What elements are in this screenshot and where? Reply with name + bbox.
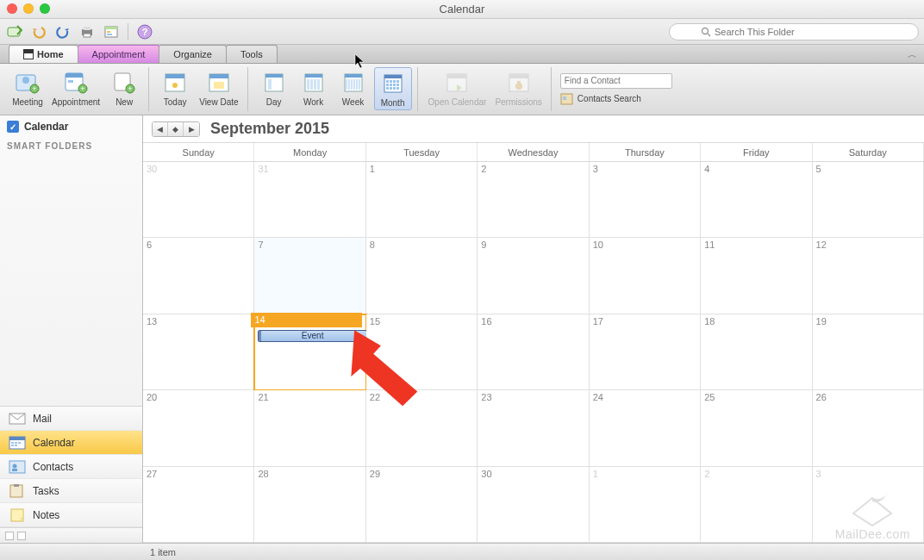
calendar-cell[interactable]: 26 bbox=[813, 390, 924, 466]
undo-icon[interactable] bbox=[29, 22, 48, 41]
calendar-cell[interactable]: 8 bbox=[366, 238, 478, 314]
calendar-cell[interactable]: 5 bbox=[813, 162, 924, 238]
calendar-cell[interactable]: 3 bbox=[590, 162, 701, 238]
new-button[interactable]: +New bbox=[105, 67, 143, 109]
calendar-cell[interactable]: 16 bbox=[478, 314, 589, 390]
day-view-button[interactable]: Day bbox=[255, 67, 293, 109]
calendar-cell[interactable]: 25 bbox=[701, 390, 812, 466]
tab-appointment[interactable]: Appointment bbox=[78, 45, 160, 63]
meeting-button[interactable]: +Meeting bbox=[9, 67, 47, 109]
help-icon[interactable]: ? bbox=[135, 22, 154, 41]
pane-toggle-2[interactable] bbox=[17, 532, 26, 540]
calendar-cell[interactable]: 7 bbox=[254, 238, 365, 314]
svg-rect-46 bbox=[351, 79, 353, 90]
month-nav: ◀ ◆ ▶ bbox=[152, 121, 200, 137]
calendar-cell[interactable]: 11 bbox=[701, 238, 812, 314]
sidebar-bottom-strip bbox=[0, 527, 142, 543]
svg-rect-65 bbox=[447, 74, 466, 78]
calendar-cell[interactable]: 6 bbox=[143, 238, 254, 314]
calendar-cell[interactable]: 22 bbox=[366, 390, 478, 466]
svg-rect-34 bbox=[265, 74, 283, 78]
week-view-button[interactable]: Week bbox=[334, 67, 372, 109]
svg-rect-28 bbox=[165, 74, 184, 78]
search-field[interactable] bbox=[669, 23, 919, 40]
calendar-cell[interactable]: 4 bbox=[701, 162, 812, 238]
calendar-checkbox[interactable]: ✓ Calendar bbox=[7, 121, 135, 133]
calendar-grid[interactable]: 30311234567891011121314Event151617181920… bbox=[143, 162, 924, 543]
calendar-cell[interactable]: 2 bbox=[478, 162, 589, 238]
calendar-event[interactable]: Event bbox=[258, 330, 366, 342]
calendar-cell[interactable]: 21 bbox=[254, 390, 365, 466]
next-month-button[interactable]: ▶ bbox=[184, 122, 199, 136]
minimize-window-button[interactable] bbox=[23, 3, 34, 14]
svg-rect-69 bbox=[517, 81, 521, 85]
svg-rect-74 bbox=[9, 437, 25, 440]
work-view-label: Work bbox=[303, 97, 323, 107]
calendar-cell[interactable]: 29 bbox=[366, 467, 478, 543]
calendar-cell[interactable]: 23 bbox=[478, 390, 589, 466]
today-diamond-button[interactable]: ◆ bbox=[168, 122, 184, 136]
close-window-button[interactable] bbox=[7, 3, 17, 14]
svg-rect-70 bbox=[561, 94, 572, 104]
calendar-cell[interactable]: 27 bbox=[143, 467, 254, 543]
calendar-cell[interactable]: 1 bbox=[366, 162, 478, 238]
find-contact-input[interactable] bbox=[560, 73, 672, 89]
calendar-cell[interactable]: 1 bbox=[590, 467, 701, 543]
send-receive-icon[interactable] bbox=[5, 22, 24, 41]
my-day-icon[interactable] bbox=[102, 22, 121, 41]
window-title: Calendar bbox=[440, 3, 485, 16]
calendar-cell[interactable]: 19 bbox=[813, 314, 924, 390]
tab-home[interactable]: Home bbox=[9, 45, 78, 63]
calendar-cell[interactable]: 14Event bbox=[254, 314, 365, 390]
today-button[interactable]: Today bbox=[156, 67, 194, 109]
status-bar: 1 item bbox=[0, 543, 924, 560]
zoom-window-button[interactable] bbox=[40, 3, 50, 14]
svg-rect-3 bbox=[84, 34, 91, 37]
calendar-cell[interactable]: 17 bbox=[590, 314, 701, 390]
nav-notes-label: Notes bbox=[33, 509, 59, 521]
tab-tools[interactable]: Tools bbox=[226, 45, 278, 63]
calendar-cell[interactable]: 15 bbox=[366, 314, 478, 390]
nav-mail[interactable]: Mail bbox=[0, 407, 142, 431]
calendar-cell[interactable]: 20 bbox=[143, 390, 254, 466]
pane-toggle-1[interactable] bbox=[5, 532, 14, 540]
permissions-button[interactable]: Permissions bbox=[491, 67, 545, 109]
nav-tasks[interactable]: Tasks bbox=[0, 479, 142, 503]
work-view-button[interactable]: Work bbox=[295, 67, 333, 109]
calendar-cell[interactable]: 2 bbox=[701, 467, 812, 543]
calendar-cell[interactable]: 30 bbox=[478, 467, 589, 543]
view-date-button[interactable]: View Date bbox=[196, 67, 241, 109]
view-date-label: View Date bbox=[199, 97, 238, 107]
calendar-cell[interactable]: 9 bbox=[478, 238, 589, 314]
day-number: 28 bbox=[258, 469, 268, 479]
day-number: 29 bbox=[370, 469, 380, 479]
calendar-cell[interactable]: 28 bbox=[254, 467, 365, 543]
search-input[interactable] bbox=[715, 26, 887, 38]
collapse-ribbon-icon[interactable]: ︿ bbox=[905, 47, 919, 61]
calendar-cell[interactable]: 24 bbox=[590, 390, 701, 466]
open-calendar-button[interactable]: Open Calendar bbox=[425, 67, 490, 109]
contacts-search-button[interactable]: Contacts Search bbox=[560, 92, 672, 106]
status-item-count: 1 item bbox=[150, 547, 176, 557]
day-number: 11 bbox=[704, 240, 715, 250]
prev-month-button[interactable]: ◀ bbox=[153, 122, 168, 136]
calendar-cell[interactable]: 30 bbox=[143, 162, 254, 238]
day-number: 13 bbox=[147, 316, 157, 327]
nav-contacts[interactable]: Contacts bbox=[0, 455, 142, 479]
calendar-cell[interactable]: 10 bbox=[590, 238, 701, 314]
redo-icon[interactable] bbox=[53, 22, 72, 41]
calendar-cell[interactable]: 13 bbox=[143, 314, 254, 390]
calendar-cell[interactable]: 12 bbox=[813, 238, 924, 314]
nav-notes[interactable]: Notes bbox=[0, 503, 142, 527]
svg-rect-31 bbox=[209, 74, 228, 78]
tab-organize[interactable]: Organize bbox=[159, 45, 227, 63]
quick-access-toolbar: ? bbox=[0, 19, 924, 45]
print-icon[interactable] bbox=[78, 22, 97, 41]
day-number: 10 bbox=[593, 240, 603, 250]
calendar-cell[interactable]: 18 bbox=[701, 314, 812, 390]
appointment-button[interactable]: +Appointment bbox=[48, 67, 103, 109]
month-view-button[interactable]: Month bbox=[374, 67, 412, 110]
nav-calendar[interactable]: Calendar bbox=[0, 431, 142, 455]
calendar-cell[interactable]: 31 bbox=[254, 162, 365, 238]
day-number: 3 bbox=[816, 469, 821, 479]
